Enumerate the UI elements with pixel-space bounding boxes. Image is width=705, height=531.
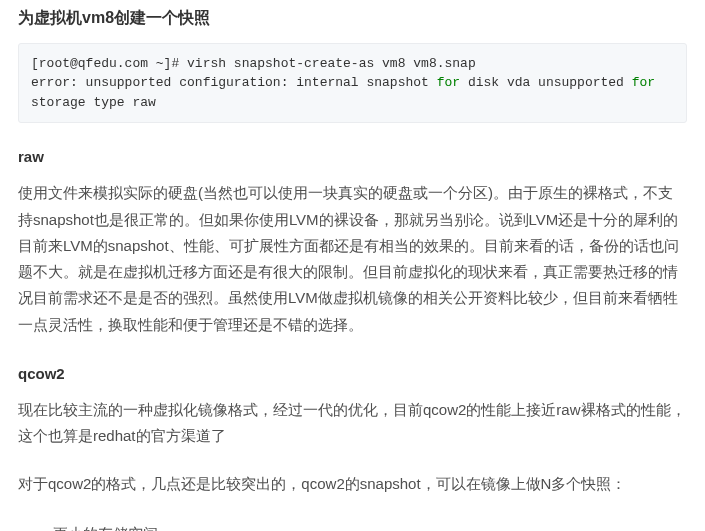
keyword-for: for: [437, 75, 460, 90]
qcow2-paragraph-1: 现在比较主流的一种虚拟化镜像格式，经过一代的优化，目前qcow2的性能上接近ra…: [18, 397, 687, 450]
qcow2-paragraph-2: 对于qcow2的格式，几点还是比较突出的，qcow2的snapshot，可以在镜…: [18, 471, 687, 497]
shell-prompt: [root@qfedu.com ~]: [31, 56, 171, 71]
qcow2-heading: qcow2: [18, 360, 687, 387]
list-item: 更小的存储空间: [18, 520, 687, 531]
shell-error-pre: error: unsupported configuration: intern…: [31, 75, 437, 90]
raw-paragraph: 使用文件来模拟实际的硬盘(当然也可以使用一块真实的硬盘或一个分区)。由于原生的裸…: [18, 180, 687, 338]
shell-command: # virsh snapshot-create-as vm8 vm8.snap: [171, 56, 475, 71]
raw-heading: raw: [18, 143, 687, 170]
code-block: [root@qfedu.com ~]# virsh snapshot-creat…: [18, 43, 687, 124]
page-title: 为虚拟机vm8创建一个快照: [18, 4, 687, 33]
keyword-for: for: [632, 75, 655, 90]
shell-error-mid: disk vda unsupported: [460, 75, 632, 90]
